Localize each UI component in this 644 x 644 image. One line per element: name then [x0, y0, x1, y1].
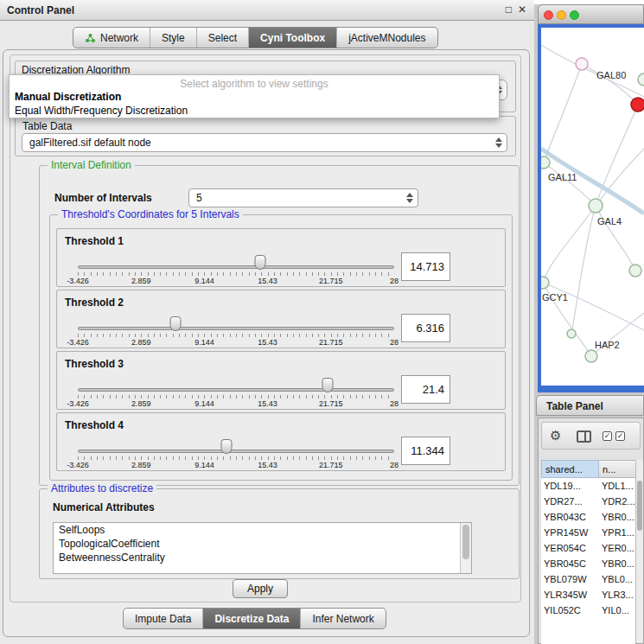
- table-row[interactable]: YIL052C YIL0...: [541, 603, 635, 618]
- select-column-icon[interactable]: ✓: [603, 431, 612, 441]
- column-header-shared-name[interactable]: shared...: [541, 460, 599, 478]
- group-label: Interval Definition: [48, 159, 135, 171]
- table-cell: YBR0...: [598, 512, 635, 522]
- window-title: Control Panel: [7, 4, 74, 16]
- table-cell: YPR1...: [598, 527, 635, 538]
- select-all-icon[interactable]: ✓: [615, 431, 625, 441]
- table-row[interactable]: YLR345W YLR3...: [541, 587, 635, 603]
- threshold-label: Threshold 1: [65, 235, 124, 247]
- tab-label: Cyni Toolbox: [260, 32, 325, 44]
- table-row[interactable]: YPR145W YPR1...: [541, 525, 635, 540]
- dropdown-option-equal-width[interactable]: Equal Width/Frequency Discretization: [15, 105, 188, 117]
- table-row[interactable]: YBR045C YBR0...: [541, 556, 635, 571]
- slider-thumb[interactable]: [221, 439, 233, 454]
- tick-label: 21.715: [319, 399, 343, 408]
- list-scrollbar[interactable]: [460, 523, 471, 573]
- dropdown-option-manual[interactable]: Manual Discretization: [15, 91, 121, 103]
- tab-network[interactable]: Network: [73, 28, 150, 48]
- tab-label: Impute Data: [135, 613, 191, 625]
- top-tab-bar: Network Style Select Cyni Toolbox jActiv…: [73, 27, 438, 48]
- table-row[interactable]: YDL19... YDL1...: [541, 478, 635, 494]
- tab-label: Select: [208, 32, 237, 44]
- slider-thumb[interactable]: [170, 316, 182, 331]
- tick-label: 15.43: [258, 338, 277, 347]
- threshold-slider[interactable]: -3.426 2.859 9.144 15.43 21.715 28: [78, 255, 394, 286]
- table-data-value: galFiltered.sif default node: [29, 137, 151, 149]
- traffic-zoom-button[interactable]: [570, 10, 579, 20]
- apply-button[interactable]: Apply: [233, 579, 288, 598]
- tick-label: 9.144: [194, 461, 214, 469]
- numerical-attributes-list[interactable]: SelfLoops TopologicalCoefficient Between…: [53, 522, 472, 574]
- node-label: GAL4: [597, 216, 622, 226]
- tab-cyni-toolbox[interactable]: Cyni Toolbox: [248, 28, 336, 48]
- traffic-close-button[interactable]: [544, 10, 553, 20]
- group-label: Attributes to discretize: [48, 482, 156, 494]
- threshold-value-input[interactable]: 14.713: [401, 252, 450, 281]
- scrollbar-thumb[interactable]: [637, 481, 642, 531]
- traffic-minimize-button[interactable]: [557, 10, 566, 20]
- table-cell: YBR0...: [598, 558, 635, 569]
- node-label: GAL11: [548, 172, 577, 182]
- slider-thumb[interactable]: [322, 378, 334, 392]
- table-scrollbar[interactable]: [635, 460, 643, 643]
- gear-icon[interactable]: ⚙: [550, 428, 561, 443]
- table-header: shared... n...: [541, 460, 641, 478]
- tab-style[interactable]: Style: [150, 28, 196, 48]
- control-panel-window: Control Panel □ ✕ Network Style Se: [0, 0, 534, 644]
- columns-icon[interactable]: [577, 430, 591, 443]
- table-row[interactable]: YBL079W YBL0...: [541, 571, 635, 587]
- slider-thumb[interactable]: [255, 255, 266, 270]
- num-intervals-select[interactable]: 5: [188, 188, 418, 207]
- tab-jactivemnodules[interactable]: jActiveMNodules: [336, 28, 437, 48]
- list-item[interactable]: SelfLoops: [54, 523, 471, 537]
- slider-ticks: [78, 334, 394, 337]
- threshold-panel: Threshold 1 -3.426 2.859 9.144 15.43 21.…: [56, 228, 506, 287]
- slider-track[interactable]: [78, 450, 394, 453]
- tick-label: 9.144: [194, 338, 214, 347]
- tab-impute-data[interactable]: Impute Data: [124, 609, 202, 628]
- tab-discretize-data[interactable]: Discretize Data: [202, 609, 300, 628]
- network-canvas[interactable]: GAL80 GAL11 GAL4 GCY1 HAP2: [541, 28, 644, 386]
- tick-label: -3.426: [67, 277, 89, 285]
- table-row[interactable]: YDR27... YDR2...: [541, 494, 635, 509]
- slider-track[interactable]: [78, 388, 394, 392]
- control-panel-titlebar: Control Panel □ ✕: [0, 0, 534, 21]
- threshold-label: Threshold 2: [65, 296, 124, 309]
- list-item[interactable]: BetweennessCentrality: [54, 551, 471, 564]
- table-cell: YDR27...: [541, 496, 598, 507]
- float-icon[interactable]: □: [506, 3, 512, 16]
- threshold-value-input[interactable]: 21.4: [401, 375, 450, 404]
- screen: Control Panel □ ✕ Network Style Se: [0, 0, 644, 644]
- table-row[interactable]: YBR043C YBR0...: [541, 509, 635, 525]
- threshold-label: Threshold 3: [65, 358, 124, 370]
- threshold-value-input[interactable]: 6.316: [401, 314, 450, 342]
- tick-label: 15.43: [258, 277, 277, 285]
- threshold-slider[interactable]: -3.426 2.859 9.144 15.43 21.715 28: [78, 316, 394, 348]
- tab-label: Discretize Data: [214, 613, 289, 625]
- threshold-slider[interactable]: -3.426 2.859 9.144 15.43 21.715 28: [78, 439, 394, 470]
- network-icon: [85, 33, 96, 43]
- tab-select[interactable]: Select: [196, 28, 248, 48]
- table-data-select[interactable]: galFiltered.sif default node: [22, 133, 507, 152]
- slider-track[interactable]: [78, 265, 394, 269]
- table-cell: YIL052C: [541, 605, 598, 615]
- table-panel: ⚙ ✓ ✓ shared... n... YDL19... YDL1... YD…: [538, 418, 644, 644]
- table-row[interactable]: YER054C YER0...: [541, 540, 635, 556]
- slider-track[interactable]: [78, 327, 394, 330]
- tick-label: 21.715: [319, 338, 343, 347]
- list-item[interactable]: TopologicalCoefficient: [54, 537, 471, 551]
- attributes-group: Attributes to discretize Numerical Attri…: [39, 488, 520, 579]
- table-cell: YDR2...: [598, 496, 635, 507]
- scrollbar-thumb[interactable]: [462, 525, 469, 559]
- algorithm-dropdown-popup: Select algorithm to view settings Manual…: [9, 74, 500, 118]
- table-cell: YER054C: [541, 543, 598, 553]
- close-icon[interactable]: ✕: [518, 3, 526, 16]
- tab-infer-network[interactable]: Infer Network: [300, 609, 385, 628]
- column-header-name[interactable]: n...: [599, 460, 638, 478]
- table-cell: YBL0...: [598, 574, 635, 584]
- table-panel-title: Table Panel: [546, 400, 603, 412]
- threshold-value-input[interactable]: 11.344: [401, 437, 450, 465]
- numerical-attributes-label: Numerical Attributes: [53, 501, 155, 513]
- bottom-tab-bar: Impute Data Discretize Data Infer Networ…: [123, 608, 386, 629]
- threshold-slider[interactable]: -3.426 2.859 9.144 15.43 21.715 28: [78, 378, 394, 409]
